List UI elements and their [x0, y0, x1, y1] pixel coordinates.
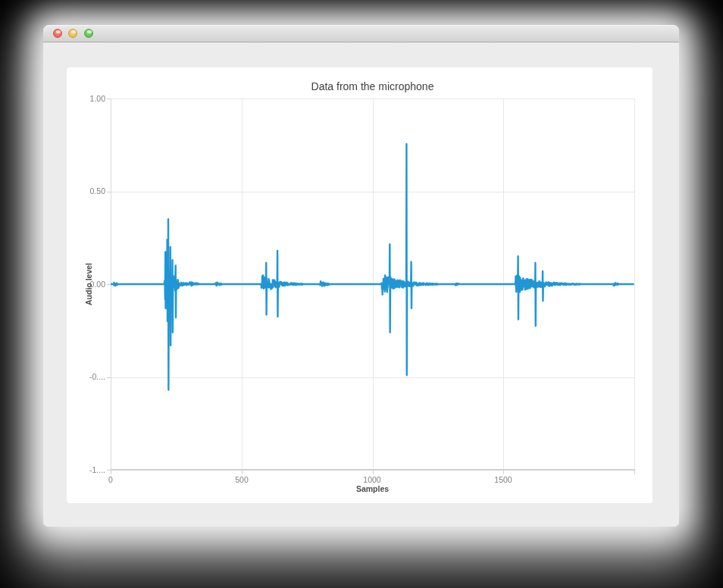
minimize-button[interactable]: [68, 29, 77, 38]
y-tick-label: 1.00: [67, 93, 105, 104]
x-tick-label: 0: [88, 474, 133, 485]
app-window: Data from the microphone 1.00 0.50 0.00 …: [43, 25, 679, 527]
x-tick-label: 500: [219, 474, 264, 485]
waveform-plot-area: [67, 67, 653, 503]
x-tick-label: 1000: [349, 474, 395, 485]
zoom-button[interactable]: [84, 29, 93, 38]
y-tick-label: -0....: [67, 371, 105, 382]
y-axis-title: Audio level: [84, 246, 95, 322]
screenshot-root: { "window": { "traffic_lights": [ {"name…: [0, 0, 723, 588]
x-axis-title: Samples: [334, 484, 411, 493]
chart-card: Data from the microphone 1.00 0.50 0.00 …: [67, 67, 653, 503]
chart-title: Data from the microphone: [111, 80, 634, 92]
x-tick-label: 1500: [480, 474, 526, 485]
y-tick-label: -1....: [67, 464, 105, 475]
y-tick-label: 0.50: [67, 186, 105, 196]
window-content: Data from the microphone 1.00 0.50 0.00 …: [43, 42, 679, 527]
close-button[interactable]: [53, 29, 62, 38]
window-titlebar[interactable]: [43, 25, 679, 42]
